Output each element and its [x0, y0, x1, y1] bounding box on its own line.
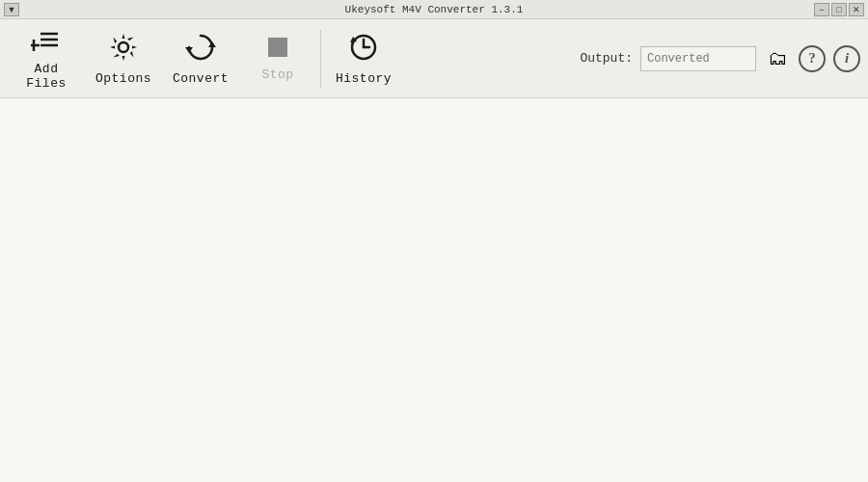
- svg-marker-7: [185, 47, 193, 53]
- svg-marker-6: [208, 41, 216, 47]
- stop-icon: [266, 36, 289, 64]
- options-icon: [108, 32, 139, 67]
- output-input[interactable]: [640, 46, 756, 71]
- info-button[interactable]: i: [833, 45, 860, 72]
- options-button[interactable]: Options: [85, 23, 162, 94]
- convert-button[interactable]: Convert: [162, 23, 239, 94]
- dropdown-button[interactable]: ▼: [4, 3, 19, 16]
- folder-button[interactable]: 🗂: [764, 46, 791, 71]
- toolbar: Add Files Options: [0, 19, 868, 98]
- minimize-icon: −: [819, 5, 824, 14]
- main-content: [0, 98, 868, 482]
- help-icon: ?: [808, 50, 816, 67]
- add-files-icon: [31, 26, 62, 58]
- minimize-button[interactable]: −: [814, 3, 829, 16]
- add-files-label: Add Files: [12, 62, 81, 91]
- convert-label: Convert: [173, 71, 229, 86]
- stop-button[interactable]: Stop: [239, 23, 316, 94]
- convert-icon: [185, 32, 216, 67]
- folder-icon: 🗂: [768, 47, 787, 69]
- history-icon: [348, 32, 379, 67]
- dropdown-icon: ▼: [8, 5, 16, 14]
- options-label: Options: [95, 71, 151, 86]
- stop-label: Stop: [261, 67, 293, 82]
- toolbar-separator: [320, 30, 321, 88]
- add-files-button[interactable]: Add Files: [8, 23, 85, 94]
- history-label: History: [336, 71, 392, 86]
- close-icon: ✕: [853, 5, 860, 14]
- title-bar: ▼ Ukeysoft M4V Converter 1.3.1 − □ ✕: [0, 0, 868, 19]
- close-button[interactable]: ✕: [849, 3, 864, 16]
- svg-rect-8: [268, 38, 287, 57]
- toolbar-right: Output: 🗂 ? i: [580, 45, 860, 72]
- maximize-icon: □: [836, 5, 841, 14]
- history-button[interactable]: History: [325, 23, 402, 94]
- info-icon: i: [845, 50, 849, 67]
- maximize-button[interactable]: □: [831, 3, 847, 16]
- window-title: Ukeysoft M4V Converter 1.3.1: [345, 4, 524, 15]
- help-button[interactable]: ?: [799, 45, 826, 72]
- output-label: Output:: [580, 51, 633, 66]
- title-bar-controls: − □ ✕: [814, 3, 864, 16]
- title-bar-left: ▼: [4, 3, 19, 16]
- svg-point-5: [119, 42, 128, 52]
